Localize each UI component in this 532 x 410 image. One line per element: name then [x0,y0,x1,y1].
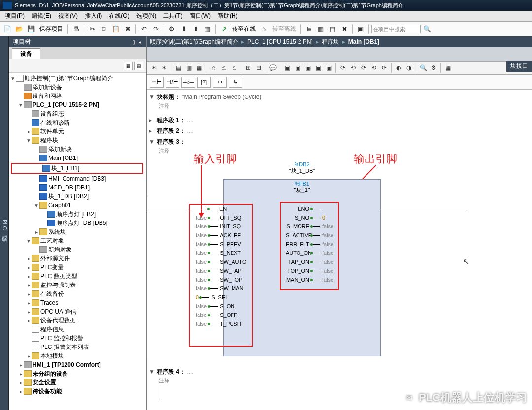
cut-icon[interactable]: ✂ [87,24,98,34]
node-types[interactable]: PLC 数据类型 [40,272,77,281]
bc-1[interactable]: PLC_1 [CPU 1515-2 PN] [247,38,313,45]
menu-tools[interactable]: 工具(T) [160,11,185,21]
menu-window[interactable]: 窗口(W) [187,11,214,21]
node-graph01[interactable]: Graph01 [48,202,71,209]
sim-icon[interactable]: ▦ [202,24,213,34]
lad-box[interactable]: [?] [197,77,211,88]
save-icon[interactable]: 💾 [26,24,36,34]
lad-contact-no[interactable]: ⊣⊢ [150,77,164,88]
device-tab[interactable]: 设备 [12,48,40,59]
et-icon[interactable]: ⎌ [219,63,229,73]
open-project-icon[interactable]: 📂 [14,24,25,34]
input-pin-T_PUSH[interactable]: falseT_PUSH [194,321,243,327]
input-pin-S_PREV[interactable]: falseS_PREV [194,241,243,247]
et-icon[interactable]: ⎌ [208,63,218,73]
paste-icon[interactable]: 📋 [110,24,121,34]
node-fb1[interactable]: 块_1 [FB1] [51,164,79,173]
go-online-label[interactable]: 转至在线 [230,25,258,33]
menu-edit[interactable]: 编辑(E) [29,11,54,21]
node-devconf[interactable]: 设备组态 [40,110,64,118]
tb-icon-c[interactable]: ▤ [327,24,338,34]
undo-icon[interactable]: ↶ [138,24,149,34]
project-search-input[interactable] [371,25,421,33]
lad-coil[interactable]: ─○─ [181,77,195,88]
et-icon[interactable]: ⟲ [369,63,379,73]
et-icon[interactable]: ▣ [293,63,302,73]
node-fb2[interactable]: 顺序点灯 [FB2] [56,210,96,219]
node-hmi[interactable]: HMI_1 [TP1200 Comfort] [33,361,101,368]
node-db3[interactable]: HMI_Command [DB3] [48,175,106,182]
node-local[interactable]: 本地模块 [40,352,64,360]
output-pin-TAP_ON[interactable]: TAP_ONfalse [284,259,335,265]
et-icon[interactable]: ✶ [149,63,159,73]
menu-options[interactable]: 选项(N) [133,11,160,21]
node-tech[interactable]: 工艺对象 [40,237,64,245]
node-db1[interactable]: MCD_DB [DB1] [48,184,90,191]
et-icon[interactable]: ✶ [159,63,169,73]
et-icon[interactable]: ▦ [194,63,204,73]
node-ungrp[interactable]: 未分组的设备 [33,370,68,378]
node-addblock[interactable]: 添加新块 [48,145,72,154]
input-pin-SW_TAP[interactable]: falseSW_TAP [194,268,244,274]
input-pin-SW_TOP[interactable]: falseSW_TOP [194,277,245,283]
et-icon[interactable]: ⚙ [429,63,438,73]
node-plc[interactable]: PLC_1 [CPU 1515-2 PN] [33,101,99,108]
node-db2[interactable]: 块_1_DB [DB2] [48,192,89,201]
output-pin-S_NO[interactable]: S_NO0 [284,215,327,221]
go-online-icon[interactable]: ⇗ [218,24,229,34]
compile-icon[interactable]: ⚙ [166,24,177,34]
et-icon[interactable]: ▣ [282,63,292,73]
et-icon[interactable]: ◐ [394,63,403,73]
output-pin-AUTO_ON[interactable]: AUTO_ONfalse [284,250,335,256]
node-root[interactable]: 顺序控制(二)第1节Graph编程简介 [25,74,113,83]
node-blocks[interactable]: 程序块 [40,136,58,145]
et-icon[interactable]: ⟲ [348,63,358,73]
new-project-icon[interactable]: 📄 [2,24,13,34]
node-sec[interactable]: 安全设置 [33,378,56,387]
menu-view[interactable]: 视图(V) [55,11,81,21]
input-pin-S_OFF[interactable]: falseS_OFF [194,312,239,318]
print-icon[interactable]: 🖶 [70,24,81,34]
lad-contact-nc[interactable]: ⊣/⊢ [166,77,179,88]
et-icon[interactable]: 💬 [268,63,278,73]
input-pin-OFF_SQ[interactable]: falseOFF_SQ [194,215,243,221]
output-pin-ENO[interactable]: ENO [284,206,320,212]
et-icon[interactable]: ⊞ [243,63,253,73]
et-icon[interactable]: ▤ [173,63,183,73]
search-icon[interactable]: 🔍 [422,24,432,34]
seg2-label[interactable]: 程序段 2： [157,127,185,135]
delete-icon[interactable]: ✖ [122,24,133,34]
tb-icon-a[interactable]: 🖥 [303,24,314,34]
menu-online[interactable]: 在线(O) [106,11,132,21]
node-alarm[interactable]: PLC 报警文本列表 [40,343,89,351]
node-opc[interactable]: OPC UA 通信 [40,308,76,316]
input-pin-EN[interactable]: EN [194,206,229,212]
et-icon[interactable]: 🔍 [418,63,428,73]
node-diag[interactable]: 在线和诊断 [40,119,70,127]
tb-icon-b[interactable]: ▦ [315,24,326,34]
node-add-device[interactable]: 添加新设备 [33,83,62,92]
redo-icon[interactable]: ↷ [150,24,161,34]
lad-branch[interactable]: ↦ [213,77,227,88]
output-pin-S_ACTIVE[interactable]: S_ACTIVEfalse [284,232,335,238]
seg1-label[interactable]: 程序段 1： [157,116,185,125]
input-pin-SW_AUTO[interactable]: falseSW_AUTO [194,259,248,265]
input-pin-S_NEXT[interactable]: falseS_NEXT [194,250,243,256]
node-backup[interactable]: 在线备份 [40,290,64,298]
node-addobj[interactable]: 新增对象 [48,246,72,254]
tb-icon-e[interactable]: ▣ [355,24,366,34]
output-pin-ERR_FLT[interactable]: ERR_FLTfalse [284,241,335,247]
node-sw[interactable]: 软件单元 [40,127,64,136]
save-project-label[interactable]: 保存项目 [37,25,65,33]
input-pin-SW_MAN[interactable]: falseSW_MAN [194,285,246,291]
tb-icon-d[interactable]: ✖ [339,24,350,34]
sidetab-plc-programming[interactable]: PLC 编程 [0,36,9,410]
input-pin-S_SEL[interactable]: 0S_SEL [194,294,230,300]
et-icon[interactable]: ▣ [303,63,313,73]
node-sys[interactable]: 系统块 [48,228,66,236]
tree-btn-2[interactable]: ▤ [134,62,143,70]
upload-icon[interactable]: ⬆ [190,24,201,34]
output-pin-MAN_ON[interactable]: MAN_ONfalse [284,277,335,283]
et-icon[interactable]: ⎌ [229,63,239,73]
menu-project[interactable]: 项目(P) [2,11,28,21]
